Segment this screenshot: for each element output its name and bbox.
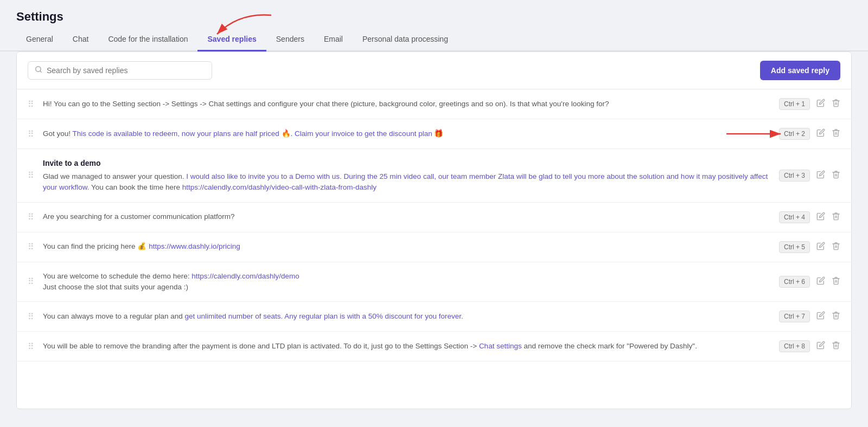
- reply-actions: Ctrl + 7: [779, 310, 840, 322]
- reply-content: You are welcome to schedule the demo her…: [43, 271, 770, 293]
- drag-handle[interactable]: ⠿: [28, 312, 34, 322]
- delete-icon[interactable]: [832, 341, 840, 352]
- reply-actions: Ctrl + 4: [779, 211, 840, 223]
- reply-actions: Ctrl + 6: [779, 276, 840, 288]
- search-box: [28, 61, 212, 80]
- table-row: ⠿ You can find the pricing here 💰 https:…: [17, 232, 851, 262]
- reply-text: Hi! You can go to the Setting section ->…: [43, 100, 609, 108]
- drag-handle[interactable]: ⠿: [28, 212, 34, 222]
- shortcut-badge: Ctrl + 2: [779, 128, 810, 140]
- reply-text: You are welcome to schedule the demo her…: [43, 271, 770, 282]
- delete-icon[interactable]: [832, 99, 840, 109]
- search-input[interactable]: [47, 66, 205, 75]
- table-row: ⠿ You can always move to a regular plan …: [17, 302, 851, 332]
- edit-icon[interactable]: [816, 276, 825, 287]
- reply-content: Are you searching for a customer communi…: [43, 211, 770, 222]
- search-icon: [35, 66, 42, 75]
- edit-icon[interactable]: [816, 99, 825, 109]
- delete-icon[interactable]: [832, 242, 840, 253]
- shortcut-badge: Ctrl + 8: [779, 340, 810, 352]
- tab-saved-replies[interactable]: Saved replies: [197, 28, 266, 51]
- reply-text: Are you searching for a customer communi…: [43, 212, 234, 221]
- content-area: Add saved reply ⠿ Hi! You can go to the …: [16, 51, 852, 409]
- reply-text: You can find the pricing here 💰 https://…: [43, 242, 240, 250]
- drag-handle[interactable]: ⠿: [28, 341, 34, 352]
- reply-actions: Ctrl + 1: [779, 98, 840, 110]
- tab-senders[interactable]: Senders: [266, 28, 314, 51]
- reply-content: Hi! You can go to the Setting section ->…: [43, 99, 770, 109]
- edit-icon[interactable]: [816, 242, 825, 253]
- reply-text-line2: Just choose the slot that suits your age…: [43, 282, 770, 293]
- reply-actions: Ctrl + 2: [779, 128, 840, 140]
- drag-handle[interactable]: ⠿: [28, 99, 34, 109]
- reply-text: You will be able to remove the branding …: [43, 342, 697, 350]
- table-row: ⠿ Got you! This code is available to red…: [17, 119, 851, 149]
- shortcut-badge: Ctrl + 1: [779, 98, 810, 110]
- toolbar: Add saved reply: [17, 52, 851, 89]
- reply-title: Invite to a demo: [43, 158, 770, 169]
- edit-icon[interactable]: [816, 170, 825, 181]
- reply-text: Got you! This code is available to redee…: [43, 130, 443, 138]
- reply-content: You can find the pricing here 💰 https://…: [43, 241, 770, 252]
- drag-handle[interactable]: ⠿: [28, 276, 34, 287]
- shortcut-badge: Ctrl + 5: [779, 241, 810, 253]
- delete-icon[interactable]: [832, 311, 840, 322]
- svg-line-2: [40, 71, 42, 73]
- reply-actions: Ctrl + 5: [779, 241, 840, 253]
- reply-content: You will be able to remove the branding …: [43, 341, 770, 352]
- shortcut-badge: Ctrl + 4: [779, 211, 810, 223]
- reply-content: Got you! This code is available to redee…: [43, 128, 770, 139]
- shortcut-badge: Ctrl + 3: [779, 170, 810, 182]
- edit-icon[interactable]: [816, 128, 825, 139]
- delete-icon[interactable]: [832, 170, 840, 181]
- page-title: Settings: [0, 0, 868, 24]
- edit-icon[interactable]: [816, 341, 825, 352]
- drag-handle[interactable]: ⠿: [28, 129, 34, 139]
- edit-icon[interactable]: [816, 311, 825, 322]
- reply-text: You can always move to a regular plan an…: [43, 312, 463, 320]
- tab-code-installation[interactable]: Code for the installation: [98, 28, 197, 51]
- delete-icon[interactable]: [832, 128, 840, 139]
- delete-icon[interactable]: [832, 212, 840, 223]
- table-row: ⠿ Are you searching for a customer commu…: [17, 203, 851, 232]
- reply-text: Glad we managed to answer your question.…: [43, 172, 768, 191]
- delete-icon[interactable]: [832, 276, 840, 287]
- tab-chat[interactable]: Chat: [63, 28, 99, 51]
- shortcut-badge: Ctrl + 7: [779, 310, 810, 322]
- table-row: ⠿ Hi! You can go to the Setting section …: [17, 89, 851, 119]
- shortcut-badge: Ctrl + 6: [779, 276, 810, 288]
- tab-personal-data[interactable]: Personal data processing: [353, 28, 458, 51]
- reply-actions: Ctrl + 3: [779, 170, 840, 182]
- tab-email[interactable]: Email: [314, 28, 353, 51]
- reply-actions: Ctrl + 8: [779, 340, 840, 352]
- drag-handle[interactable]: ⠿: [28, 242, 34, 252]
- add-saved-reply-button[interactable]: Add saved reply: [760, 61, 840, 80]
- table-row: ⠿ You are welcome to schedule the demo h…: [17, 262, 851, 302]
- tab-general[interactable]: General: [16, 28, 63, 51]
- edit-icon[interactable]: [816, 212, 825, 223]
- table-row: ⠿ You will be able to remove the brandin…: [17, 332, 851, 361]
- drag-handle[interactable]: ⠿: [28, 170, 34, 180]
- table-row: ⠿ Invite to a demo Glad we managed to an…: [17, 149, 851, 203]
- reply-content: You can always move to a regular plan an…: [43, 311, 770, 322]
- tabs-bar: General Chat Code for the installation S…: [0, 28, 868, 51]
- reply-content: Invite to a demo Glad we managed to answ…: [43, 158, 770, 193]
